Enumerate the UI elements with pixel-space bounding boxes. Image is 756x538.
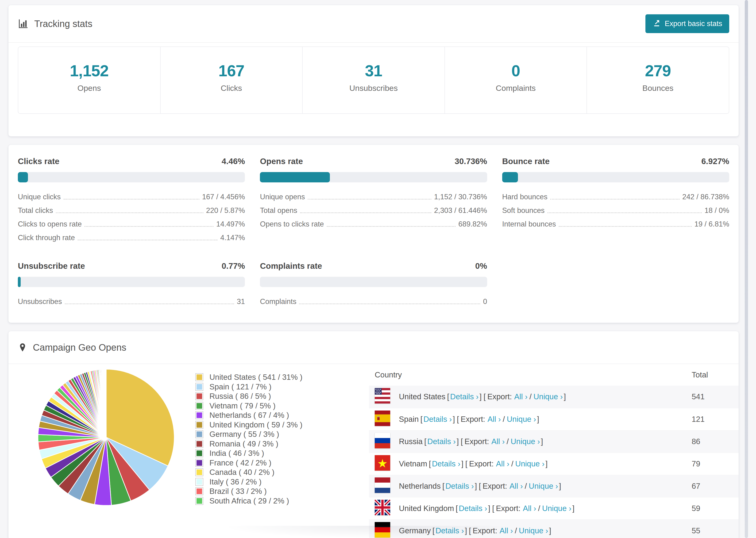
rate-row-value: 31 (237, 297, 245, 306)
stat-value: 1,152 (18, 62, 160, 80)
rate-title: Unsubscribe rate (18, 261, 85, 271)
rate-row-value: 2,303 / 61.446% (434, 206, 487, 215)
country-name: Spain (399, 415, 419, 423)
export-basic-stats-button[interactable]: Export basic stats (645, 14, 729, 33)
legend-swatch (195, 383, 203, 391)
legend-label: Romania ( 49 / 3% ) (209, 439, 278, 448)
geo-opens-body: United States ( 541 / 31% )Spain ( 121 /… (9, 364, 739, 538)
flag-gb-icon (375, 500, 390, 517)
dotted-leader (300, 212, 431, 213)
legend-swatch (195, 487, 203, 495)
export-unique-link[interactable]: Unique › (515, 459, 545, 468)
geo-opens-pie-chart[interactable] (36, 367, 177, 508)
rate-row-label: Click through rate (18, 233, 75, 242)
bracket: [ (484, 392, 486, 401)
scrollbar[interactable] (745, 0, 748, 538)
rate-block-2: Bounce rate6.927%Hard bounces242 / 86.73… (502, 151, 729, 242)
rate-row: Click through rate4.147% (18, 234, 245, 242)
geo-table-row-ru: Russia[Details ›][Export:All ›/Unique ›]… (369, 430, 739, 453)
rate-row: Clicks to opens rate14.497% (18, 220, 245, 229)
rate-head: Unsubscribe rate0.77% (18, 261, 245, 271)
rate-percentage: 6.927% (701, 157, 729, 166)
stat-value: 279 (587, 62, 729, 80)
dotted-leader (78, 240, 217, 241)
export-unique-link[interactable]: Unique › (507, 415, 536, 423)
bracket: ] (572, 504, 574, 512)
progress-fill (260, 172, 330, 183)
export-unique-link[interactable]: Unique › (511, 437, 540, 446)
details-link[interactable]: Details › (445, 482, 474, 490)
rate-block-3: Unsubscribe rate0.77%Unsubscribes31 (18, 256, 245, 306)
country-name: Netherlands (399, 482, 441, 490)
rate-row-label: Unsubscribes (18, 297, 62, 306)
rate-row-label: Complaints (260, 297, 296, 306)
export-unique-link[interactable]: Unique › (519, 526, 548, 535)
map-pin-icon (18, 343, 27, 352)
geo-table-row-gb: United Kingdom[Details ›][Export:All ›/U… (369, 497, 739, 519)
slash: / (503, 415, 505, 423)
rate-row: Total opens2,303 / 61.446% (260, 206, 487, 215)
export-prefix: Export: (496, 504, 520, 512)
bracket: [ (429, 459, 431, 468)
country-cell: United States[Details ›][Export:All ›/Un… (369, 386, 689, 408)
country-name: Vietnam (399, 459, 427, 468)
rate-row-value: 18 / 0% (705, 206, 729, 215)
legend-item: Canada ( 40 / 2% ) (195, 467, 369, 477)
stat-label: Opens (18, 83, 160, 93)
export-all-link[interactable]: All › (496, 459, 510, 468)
rates-card: Clicks rate4.46%Unique clicks167 / 4.456… (9, 145, 739, 323)
stat-label: Unsubscribes (303, 83, 445, 93)
bracket: ] (537, 415, 539, 423)
details-link[interactable]: Details › (427, 437, 456, 446)
bracket: ] (475, 482, 477, 490)
details-link[interactable]: Details › (423, 415, 452, 423)
bracket: ] (559, 482, 561, 490)
bracket: [ (460, 437, 463, 446)
rate-row-label: Hard bounces (502, 192, 548, 202)
details-link[interactable]: Details › (432, 459, 460, 468)
stat-box-bounces: 279Bounces (586, 47, 729, 113)
export-prefix: Export: (464, 437, 489, 446)
total-cell: 86 (689, 430, 739, 453)
country-cell: Netherlands[Details ›][Export:All ›/Uniq… (369, 475, 689, 497)
export-all-link[interactable]: All › (510, 482, 523, 490)
rate-row-label: Opens to clicks rate (260, 220, 324, 229)
legend-item: Spain ( 121 / 7% ) (195, 382, 369, 392)
legend-swatch (195, 478, 203, 486)
rate-row-label: Clicks to opens rate (18, 220, 82, 229)
bracket: ] (488, 504, 490, 512)
rate-rows: Unique clicks167 / 4.456%Total clicks220… (18, 193, 245, 242)
export-unique-link[interactable]: Unique › (533, 392, 563, 401)
stats-row: 1,152Opens167Clicks31Unsubscribes0Compla… (18, 46, 729, 114)
dotted-leader (308, 199, 431, 199)
legend-label: United Kingdom ( 59 / 3% ) (209, 420, 302, 429)
stat-label: Complaints (445, 83, 587, 93)
progress-track (260, 172, 487, 183)
export-unique-link[interactable]: Unique › (542, 504, 571, 512)
geo-opens-title-wrap: Campaign Geo Opens (18, 342, 126, 353)
rate-row-value: 242 / 86.738% (682, 192, 729, 202)
country-cell: Russia[Details ›][Export:All ›/Unique ›] (369, 430, 689, 453)
country-cell: United Kingdom[Details ›][Export:All ›/U… (369, 497, 689, 519)
rates-grid: Clicks rate4.46%Unique clicks167 / 4.456… (9, 145, 739, 323)
export-prefix: Export: (460, 415, 485, 423)
dotted-leader (327, 226, 456, 227)
details-link[interactable]: Details › (450, 392, 478, 401)
dotted-leader (65, 303, 234, 304)
export-prefix: Export: (483, 482, 507, 490)
details-link[interactable]: Details › (459, 504, 487, 512)
legend-label: India ( 46 / 3% ) (209, 449, 264, 458)
bracket: [ (492, 504, 494, 512)
export-unique-link[interactable]: Unique › (529, 482, 558, 490)
rate-row: Internal bounces19 / 6.81% (502, 220, 729, 229)
rate-row-label: Unique clicks (18, 192, 61, 202)
export-all-link[interactable]: All › (523, 504, 536, 512)
geo-table-row-nl: Netherlands[Details ›][Export:All ›/Uniq… (369, 475, 739, 497)
export-all-link[interactable]: All › (514, 392, 527, 401)
export-all-link[interactable]: All › (488, 415, 501, 423)
geo-table: Country Total United States[Details ›][E… (369, 364, 739, 538)
legend-swatch (195, 459, 203, 467)
export-all-link[interactable]: All › (491, 437, 505, 446)
total-cell: 55 (689, 519, 739, 538)
dotted-leader (56, 212, 203, 213)
